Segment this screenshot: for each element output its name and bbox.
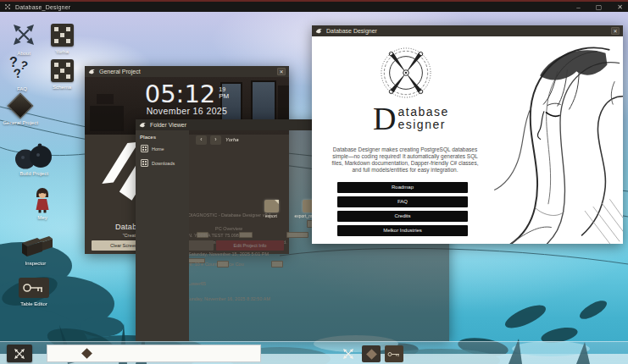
app-titlebar[interactable]: Database_Designer – ▢ ✕ xyxy=(0,0,628,12)
icon-label: Table Editor xyxy=(3,301,64,306)
faq-button[interactable]: FAQ xyxy=(337,196,468,207)
minimize-button[interactable]: – xyxy=(576,2,580,14)
logo-initial: D xyxy=(373,104,396,133)
clock: 05:12 19 PM November 16 2025 xyxy=(85,83,289,116)
close-button[interactable]: ✕ xyxy=(611,27,620,35)
yorha-squares-icon xyxy=(141,145,148,152)
yorha-squares-icon xyxy=(51,59,74,82)
compass-emblem xyxy=(380,47,432,99)
icon-label: Mey xyxy=(12,215,73,220)
desktop-icon-table-editor[interactable]: Table Editor xyxy=(3,276,64,306)
sidebar-item-home[interactable]: Home xyxy=(141,145,189,152)
logo-line2: esigner xyxy=(397,119,448,131)
close-button[interactable]: ✕ xyxy=(277,68,286,75)
folder-viewer-sidebar: Places Home Downloads xyxy=(136,130,189,341)
x-arrows-icon xyxy=(4,3,11,10)
yorha-squares-icon xyxy=(51,24,74,47)
desktop-icon-build-project[interactable]: Build Project xyxy=(3,141,64,176)
logo-line1: atabase xyxy=(397,106,448,119)
database-designer-titlebar[interactable]: Database Designer ✕ xyxy=(312,25,623,36)
clock-time: 05:12 xyxy=(145,83,216,105)
app-title: Database_Designer xyxy=(15,4,70,10)
diamond-icon xyxy=(81,348,92,359)
window-title: Database Designer xyxy=(326,28,377,34)
taskbar-window-button[interactable] xyxy=(47,345,261,362)
girl-sketch-art xyxy=(458,45,623,244)
melkor-industries-button[interactable]: Melkor Industries xyxy=(337,225,468,236)
diamond-icon xyxy=(366,349,377,360)
clock-meridiem: PM xyxy=(219,92,229,100)
robots-icon xyxy=(12,141,56,169)
icon-label: Yorha xyxy=(31,49,92,54)
diamond-icon xyxy=(7,92,33,119)
bird-icon xyxy=(88,68,96,75)
general-project-titlebar[interactable]: General Project ✕ xyxy=(85,66,289,77)
window-title: Folder Viewer xyxy=(150,122,186,128)
desktop-root: About Yorha ? ? ? FAQ xyxy=(0,0,628,364)
bird-icon xyxy=(139,121,147,129)
forward-button[interactable]: › xyxy=(210,135,221,145)
icon-label: Inspector xyxy=(5,261,66,266)
boxes-icon xyxy=(17,234,54,258)
window-title: General Project xyxy=(99,69,141,74)
maximize-button[interactable]: ▢ xyxy=(596,2,603,14)
clock-seconds: 19 xyxy=(219,86,225,92)
tray-yorha-icon[interactable] xyxy=(339,345,358,362)
taskbar-start-button[interactable] xyxy=(7,345,32,362)
icon-label: General Project xyxy=(0,120,51,125)
roadmap-button[interactable]: Roadmap xyxy=(337,182,468,193)
file-icon xyxy=(264,200,279,212)
desktop-icon-yorha[interactable]: Yorha xyxy=(31,22,92,54)
file-export[interactable]: export xyxy=(253,200,290,218)
location-label: Yorha xyxy=(225,137,239,142)
desktop-icon-general-project[interactable]: General Project xyxy=(0,93,51,125)
x-arrows-icon xyxy=(13,347,26,361)
back-button[interactable]: ‹ xyxy=(196,135,207,145)
icon-label: Schema xyxy=(31,85,92,90)
close-button[interactable]: ✕ xyxy=(617,2,623,14)
tray-table-editor-icon[interactable] xyxy=(385,345,403,362)
tray-general-project-icon[interactable] xyxy=(362,345,381,362)
places-header: Places xyxy=(140,135,189,140)
yorha-squares-icon xyxy=(141,159,148,167)
bird-icon xyxy=(315,27,323,35)
key-icon xyxy=(18,277,50,299)
x-arrows-icon xyxy=(342,347,355,361)
database-designer-window: Database Designer ✕ xyxy=(312,25,623,244)
credits-button[interactable]: Credits xyxy=(337,211,468,222)
icon-label: Build Project xyxy=(3,171,64,176)
sidebar-item-downloads[interactable]: Downloads xyxy=(141,159,189,167)
clock-date: November 16 2025 xyxy=(85,106,289,116)
taskbar xyxy=(0,341,628,364)
desktop-icon-mey[interactable]: Mey xyxy=(12,186,73,220)
desktop-icon-inspector[interactable]: Inspector xyxy=(5,234,66,266)
doll-icon xyxy=(33,187,52,213)
desktop-icon-schema[interactable]: Schema xyxy=(31,58,92,90)
key-icon xyxy=(387,350,401,358)
